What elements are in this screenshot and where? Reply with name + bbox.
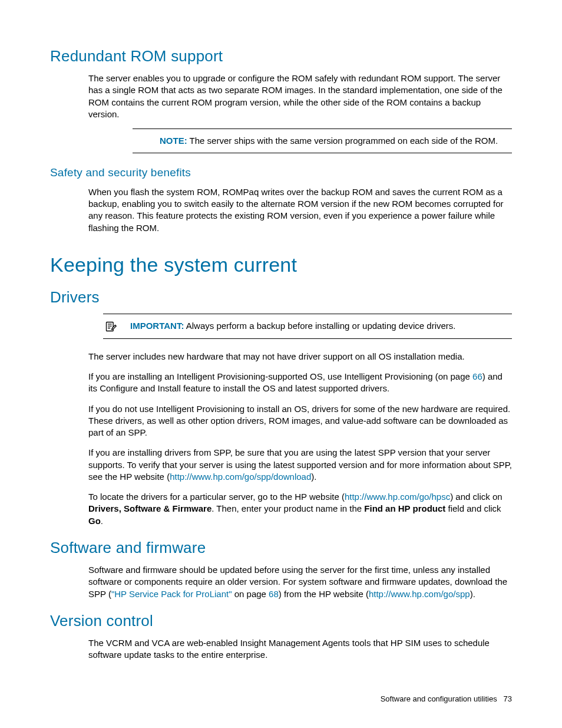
heading-drivers: Drivers bbox=[50, 287, 512, 308]
text-run: To locate the drivers for a particular s… bbox=[88, 492, 345, 502]
paragraph: The server enables you to upgrade or con… bbox=[88, 73, 512, 120]
url-link[interactable]: http://www.hp.com/go/hpsc bbox=[345, 492, 450, 502]
text-run: ) from the HP website ( bbox=[279, 589, 369, 599]
section-body: The VCRM and VCA are web-enabled Insight… bbox=[88, 637, 512, 661]
page-link[interactable]: 68 bbox=[269, 589, 279, 599]
note-icon-col bbox=[133, 135, 148, 136]
important-icon-col bbox=[103, 320, 118, 332]
text-run: on page bbox=[232, 589, 269, 599]
url-link[interactable]: http://www.hp.com/go/spp/download bbox=[170, 472, 311, 482]
heading-software-firmware: Software and firmware bbox=[50, 538, 512, 558]
important-label: IMPORTANT: bbox=[130, 321, 184, 331]
page-link[interactable]: 66 bbox=[472, 371, 482, 381]
footer-page-number: 73 bbox=[504, 694, 512, 703]
section-body: When you flash the system ROM, ROMPaq wr… bbox=[88, 186, 512, 234]
section-body: The server includes new hardware that ma… bbox=[88, 351, 512, 527]
bold-run: Drivers, Software & Firmware bbox=[88, 503, 211, 513]
text-run: If you are installing an Intelligent Pro… bbox=[88, 371, 472, 381]
paragraph: If you are installing an Intelligent Pro… bbox=[88, 371, 512, 395]
paragraph: Software and firmware should be updated … bbox=[88, 564, 512, 600]
note-box: NOTE: The server ships with the same ver… bbox=[133, 129, 512, 153]
section-body: Software and firmware should be updated … bbox=[88, 564, 512, 600]
text-run: ) and click on bbox=[450, 492, 502, 502]
paragraph: The VCRM and VCA are web-enabled Insight… bbox=[88, 637, 512, 661]
paragraph: When you flash the system ROM, ROMPaq wr… bbox=[88, 186, 512, 234]
heading-keeping: Keeping the system current bbox=[50, 252, 512, 279]
note-label: NOTE: bbox=[160, 136, 187, 146]
paragraph: The server includes new hardware that ma… bbox=[88, 351, 512, 363]
xref-link[interactable]: "HP Service Pack for ProLiant" bbox=[111, 589, 232, 599]
footer-text: Software and configuration utilities bbox=[381, 694, 497, 703]
heading-safety: Safety and security benefits bbox=[50, 165, 512, 180]
important-box: IMPORTANT: Always perform a backup befor… bbox=[103, 314, 512, 339]
section-body: The server enables you to upgrade or con… bbox=[88, 73, 512, 120]
heading-redundant-rom: Redundant ROM support bbox=[50, 46, 512, 67]
note-body-text: The server ships with the same version p… bbox=[190, 136, 498, 146]
text-run: ). bbox=[470, 589, 475, 599]
document-page: Redundant ROM support The server enables… bbox=[0, 0, 562, 728]
bold-run: Go bbox=[88, 516, 101, 526]
pencil-note-icon bbox=[105, 321, 117, 332]
heading-version-control: Version control bbox=[50, 611, 512, 631]
url-link[interactable]: http://www.hp.com/go/spp bbox=[369, 589, 470, 599]
paragraph: To locate the drivers for a particular s… bbox=[88, 491, 512, 527]
note-text: NOTE: The server ships with the same ver… bbox=[160, 135, 512, 147]
paragraph: If you do not use Intelligent Provisioni… bbox=[88, 403, 512, 439]
important-body-text: Always perform a backup before installin… bbox=[186, 321, 456, 331]
text-run: . Then, enter your product name in the bbox=[211, 503, 364, 513]
text-run: field and click bbox=[445, 503, 501, 513]
bold-run: Find an HP product bbox=[364, 503, 445, 513]
text-run: . bbox=[101, 516, 103, 526]
page-footer: Software and configuration utilities 73 bbox=[381, 694, 512, 704]
paragraph: If you are installing drivers from SPP, … bbox=[88, 447, 512, 483]
text-run: ). bbox=[311, 472, 316, 482]
important-text: IMPORTANT: Always perform a backup befor… bbox=[130, 320, 512, 332]
